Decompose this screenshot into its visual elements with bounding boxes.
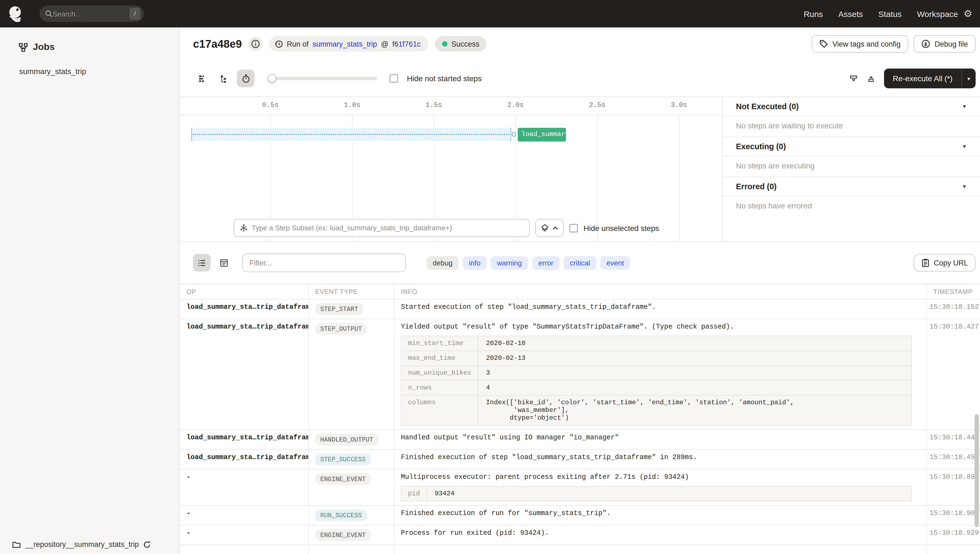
run-id: c17a48e9 bbox=[193, 38, 242, 50]
metadata-row: max_end_time2020-02-13 bbox=[401, 351, 912, 366]
repository-row[interactable]: __repository__summary_stats_trip bbox=[12, 540, 151, 549]
zoom-in-button[interactable] bbox=[862, 70, 880, 87]
metadata-row: min_start_time2020-02-10 bbox=[401, 336, 912, 351]
run-header: c17a48e9 Run of summary_stats_trip @ f61… bbox=[180, 27, 980, 60]
waterfall-view-button[interactable] bbox=[215, 70, 232, 87]
hide-not-started-label: Hide not started steps bbox=[407, 74, 482, 83]
search-input[interactable] bbox=[52, 10, 129, 18]
gantt-toolbar: Hide not started steps Re-execute All (*… bbox=[180, 60, 980, 97]
log-table: OP EVENT TYPE INFO TIMESTAMP load_summar… bbox=[180, 283, 980, 554]
nav-status[interactable]: Status bbox=[878, 9, 902, 18]
log-list-view-button[interactable] bbox=[193, 254, 211, 272]
metadata-table: pid93424 bbox=[401, 486, 912, 501]
filter-chip-warning[interactable]: warning bbox=[491, 256, 528, 270]
commit-link[interactable]: f61f761c bbox=[392, 40, 421, 48]
metadata-value: 3 bbox=[478, 366, 912, 380]
hide-unselected-checkbox[interactable] bbox=[569, 223, 578, 232]
filter-chip-debug[interactable]: debug bbox=[427, 256, 458, 270]
step-status-panel: Not Executed (0)▼No steps are waiting to… bbox=[722, 97, 980, 241]
timeline-zoom-slider[interactable] bbox=[267, 74, 377, 83]
log-info-text: Started execution of step "load_summary_… bbox=[401, 303, 912, 311]
timing-view-button[interactable] bbox=[237, 70, 255, 87]
nav-runs[interactable]: Runs bbox=[804, 9, 823, 18]
reexecute-dropdown-button[interactable]: ▾ bbox=[961, 68, 975, 88]
metadata-label: n_rows bbox=[401, 380, 478, 395]
op-selector-icon bbox=[240, 224, 248, 232]
flat-view-button[interactable] bbox=[193, 70, 211, 87]
chevron-down-icon[interactable]: ▼ bbox=[962, 184, 967, 189]
filter-chip-error[interactable]: error bbox=[532, 256, 559, 270]
filter-chip-event[interactable]: event bbox=[600, 256, 630, 270]
log-row[interactable]: -ENGINE_EVENTProcess for run exited (pid… bbox=[180, 525, 980, 544]
dependency-dotted-line bbox=[193, 134, 509, 135]
gantt-chart: 0.5s1.0s1.5s2.0s2.5s3.0s load_summary… bbox=[180, 97, 722, 242]
run-info-button[interactable] bbox=[248, 37, 262, 51]
global-search[interactable]: / bbox=[40, 5, 144, 22]
job-link[interactable]: summary_stats_trip bbox=[313, 40, 377, 48]
dagster-logo-icon[interactable] bbox=[8, 5, 25, 22]
copy-url-button[interactable]: Copy URL bbox=[913, 254, 975, 272]
axis-tick-2.0s: 2.0s bbox=[507, 102, 524, 109]
debug-file-button[interactable]: Debug file bbox=[914, 35, 975, 53]
nav-workspace[interactable]: Workspace bbox=[917, 9, 958, 18]
download-icon bbox=[921, 40, 930, 48]
gear-icon[interactable]: ⚙ bbox=[964, 9, 972, 19]
log-row[interactable]: load_summary_sta…trip_dataframeSTEP_STAR… bbox=[180, 299, 980, 319]
gridline-3.0s bbox=[679, 115, 679, 242]
metadata-value: 2020-02-10 bbox=[478, 336, 912, 351]
waterfall-view-icon bbox=[219, 74, 228, 83]
zoom-out-button[interactable] bbox=[845, 70, 862, 87]
structured-view-icon bbox=[219, 258, 228, 267]
subset-apply-button[interactable] bbox=[535, 219, 564, 237]
jobs-section-header: Jobs bbox=[0, 27, 179, 53]
axis-tick-2.5s: 2.5s bbox=[589, 102, 605, 109]
log-filter-input[interactable] bbox=[242, 253, 406, 272]
search-icon bbox=[45, 10, 52, 18]
log-row[interactable]: load_summary_sta…trip_dataframeSTEP_OUTP… bbox=[180, 319, 980, 430]
log-row[interactable]: -RUN_SUCCESSFinished execution of run fo… bbox=[180, 505, 980, 525]
log-structured-view-button[interactable] bbox=[215, 254, 232, 272]
status-panel-header[interactable]: Errored (0)▼ bbox=[723, 177, 980, 196]
log-scrollbar[interactable] bbox=[975, 414, 979, 527]
nav-assets[interactable]: Assets bbox=[838, 9, 863, 18]
layers-diamond-icon bbox=[541, 224, 549, 232]
tag-icon bbox=[819, 40, 828, 48]
axis-tick-1.0s: 1.0s bbox=[344, 102, 360, 109]
refresh-icon[interactable] bbox=[143, 541, 151, 548]
filter-chip-info[interactable]: info bbox=[463, 256, 487, 270]
reexecute-button-group: Re-execute All (*) ▾ bbox=[884, 68, 975, 88]
reexecute-all-button[interactable]: Re-execute All (*) bbox=[884, 68, 961, 88]
metadata-value: 2020-02-13 bbox=[478, 351, 912, 366]
step-subset-inputbox[interactable] bbox=[234, 219, 530, 237]
folder-icon bbox=[12, 541, 21, 548]
log-row[interactable]: load_summary_sta…trip_dataframeHANDLED_O… bbox=[180, 430, 980, 449]
search-shortcut-key: / bbox=[129, 8, 140, 20]
step-chip-load-summary[interactable]: load_summary… bbox=[518, 128, 566, 142]
chevron-down-icon[interactable]: ▼ bbox=[962, 144, 967, 149]
step-subset-input[interactable] bbox=[252, 224, 524, 232]
success-dot-icon bbox=[442, 41, 447, 47]
event-type-tag: ENGINE_EVENT bbox=[315, 529, 371, 541]
log-info-text: Finished execution of step "load_summary… bbox=[401, 454, 912, 461]
log-info-cell: Handled output "result" using IO manager… bbox=[394, 430, 927, 449]
gantt-section: 0.5s1.0s1.5s2.0s2.5s3.0s load_summary… bbox=[180, 97, 980, 242]
col-event-type: EVENT TYPE bbox=[309, 284, 394, 299]
view-tags-button[interactable]: View tags and config bbox=[811, 35, 908, 53]
log-info-cell: Multiprocess executor: parent process ex… bbox=[394, 470, 927, 505]
status-panel-header[interactable]: Executing (0)▼ bbox=[723, 137, 980, 156]
status-panel-empty-text: No steps are waiting to execute bbox=[723, 116, 980, 137]
chevron-down-icon[interactable]: ▼ bbox=[962, 103, 967, 109]
sidebar-item-summary-stats-trip[interactable]: summary_stats_trip bbox=[0, 53, 179, 76]
hide-not-started-checkbox[interactable] bbox=[389, 74, 398, 83]
log-info-cell: Finished execution of run for "summary_s… bbox=[394, 506, 927, 525]
log-row[interactable]: -ENGINE_EVENTMultiprocess executor: pare… bbox=[180, 469, 980, 505]
slider-knob[interactable] bbox=[267, 74, 277, 83]
log-row[interactable]: load_summary_sta…trip_dataframeSTEP_SUCC… bbox=[180, 449, 980, 469]
main-content: c17a48e9 Run of summary_stats_trip @ f61… bbox=[180, 27, 980, 554]
log-op-cell: load_summary_sta…trip_dataframe bbox=[180, 299, 309, 319]
status-panel-header[interactable]: Not Executed (0)▼ bbox=[723, 97, 980, 116]
metadata-row: columnsIndex(['bike_id', 'color', 'start… bbox=[401, 395, 912, 425]
log-type-cell: STEP_OUTPUT bbox=[309, 319, 394, 430]
filter-chip-critical[interactable]: critical bbox=[564, 256, 596, 270]
selection-band bbox=[191, 128, 511, 141]
